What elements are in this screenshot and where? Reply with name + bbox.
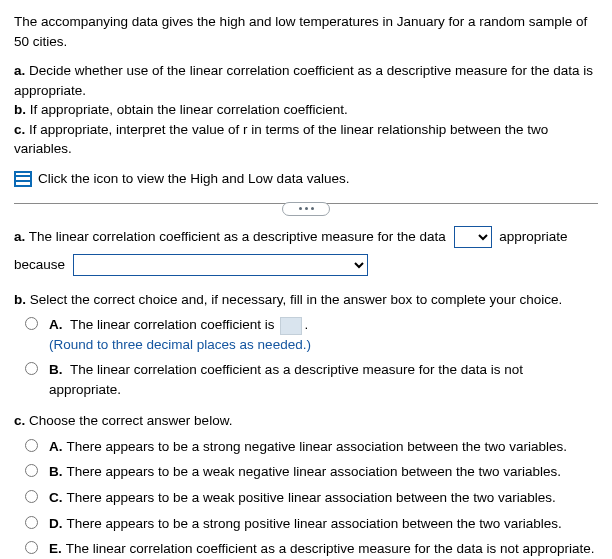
qa-because: because: [14, 256, 65, 271]
label-a: a.: [14, 63, 25, 78]
qc-option-a[interactable]: A.There appears to be a strong negative …: [20, 437, 598, 457]
label-b: b.: [14, 102, 26, 117]
qc-prompt: Choose the correct answer below.: [29, 413, 232, 428]
part-a-text: Decide whether use of the linear correla…: [14, 63, 593, 98]
opt-label-e2: E.: [49, 541, 62, 556]
qb-b-text: The linear correlation coefficient as a …: [49, 362, 523, 397]
opt-label-b: B.: [49, 362, 63, 377]
radio-qb-b[interactable]: [25, 362, 38, 375]
qb-a-text: The linear correlation coefficient is: [70, 317, 275, 332]
question-parts: a. Decide whether use of the linear corr…: [14, 61, 598, 159]
part-b-text: If appropriate, obtain the linear correl…: [30, 102, 348, 117]
table-icon[interactable]: [14, 171, 32, 187]
dropdown-appropriate[interactable]: [454, 226, 492, 248]
label-c: c.: [14, 122, 25, 137]
data-link-row[interactable]: Click the icon to view the High and Low …: [14, 169, 598, 189]
qc-option-b[interactable]: B.There appears to be a weak negative li…: [20, 462, 598, 482]
radio-qc-b[interactable]: [25, 464, 38, 477]
qc-option-c[interactable]: C.There appears to be a weak positive li…: [20, 488, 598, 508]
intro-text: The accompanying data gives the high and…: [14, 12, 598, 51]
qc-a-text: There appears to be a strong negative li…: [67, 439, 568, 454]
opt-label-a: A.: [49, 317, 63, 332]
qc-option-e[interactable]: E.The linear correlation coefficient as …: [20, 539, 598, 559]
label-b2: b.: [14, 292, 26, 307]
radio-qc-a[interactable]: [25, 439, 38, 452]
qc-b-text: There appears to be a weak negative line…: [67, 464, 562, 479]
label-c2: c.: [14, 413, 25, 428]
qb-option-a[interactable]: A. The linear correlation coefficient is…: [20, 315, 598, 354]
answer-a-line2: because: [14, 254, 598, 276]
radio-qb-a[interactable]: [25, 317, 38, 330]
opt-label-c2: C.: [49, 490, 63, 505]
part-c-text: If appropriate, interpret the value of r…: [14, 122, 548, 157]
qb-a-hint: (Round to three decimal places as needed…: [49, 335, 311, 355]
qc-d-text: There appears to be a strong positive li…: [67, 516, 562, 531]
qc-option-d[interactable]: D.There appears to be a strong positive …: [20, 514, 598, 534]
qb-prompt-row: b. Select the correct choice and, if nec…: [14, 290, 598, 310]
fill-box-coefficient[interactable]: [280, 317, 302, 335]
radio-qc-c[interactable]: [25, 490, 38, 503]
expand-button[interactable]: [282, 202, 330, 216]
qc-prompt-row: c. Choose the correct answer below.: [14, 411, 598, 431]
radio-qc-e[interactable]: [25, 541, 38, 554]
qb-option-b[interactable]: B. The linear correlation coefficient as…: [20, 360, 598, 399]
answer-a-line1: a. The linear correlation coefficient as…: [14, 226, 598, 248]
qc-e-text: The linear correlation coefficient as a …: [66, 541, 595, 556]
opt-label-a2: A.: [49, 439, 63, 454]
radio-qc-d[interactable]: [25, 516, 38, 529]
qa-prefix: The linear correlation coefficient as a …: [29, 228, 446, 243]
opt-label-d2: D.: [49, 516, 63, 531]
data-link-text: Click the icon to view the High and Low …: [38, 169, 349, 189]
qc-c-text: There appears to be a weak positive line…: [67, 490, 556, 505]
opt-label-b2: B.: [49, 464, 63, 479]
label-a2: a.: [14, 228, 25, 243]
dropdown-reason[interactable]: [73, 254, 368, 276]
qb-prompt: Select the correct choice and, if necess…: [30, 292, 563, 307]
qa-suffix: appropriate: [499, 228, 567, 243]
